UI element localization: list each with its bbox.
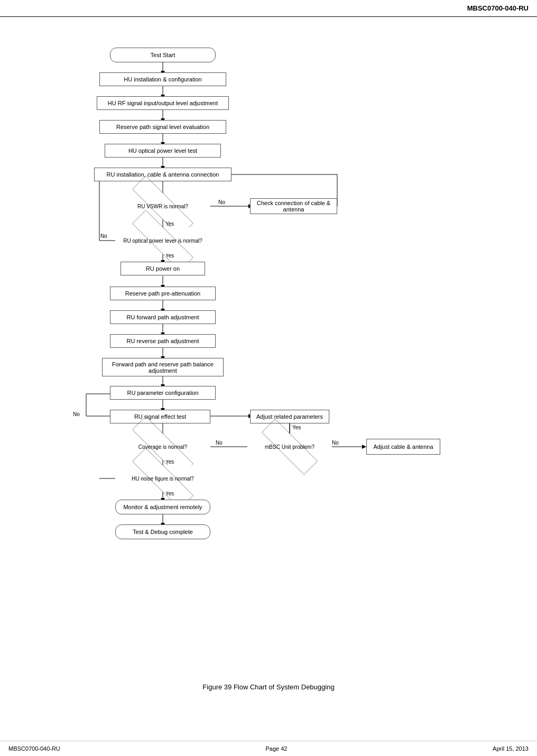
ru-forward-box: RU forward path adjustment — [110, 310, 216, 324]
fwd-reserve-box: Forward path and reserve path balance ad… — [102, 358, 224, 376]
svg-text:No: No — [73, 411, 80, 417]
coverage-diamond: Coverage is normal? — [115, 434, 210, 460]
footer-right: April 15, 2013 — [493, 745, 529, 752]
page-header: MBSC0700-040-RU — [0, 0, 537, 17]
footer-left: MBSC0700-040-RU — [8, 745, 60, 752]
flowchart: Yes Yes — [41, 33, 496, 667]
ru-optical-diamond: RU optical power lever is normal? — [115, 227, 210, 254]
reserve-pre-box: Reserve path pre-attenuation — [110, 287, 216, 300]
svg-text:No: No — [100, 233, 107, 239]
ru-power-box: RU power on — [121, 262, 205, 275]
reserve-path-box: Reserve path signal level evaluation — [99, 120, 226, 134]
test-debug-box: Test & Debug complete — [115, 524, 210, 539]
svg-text:No: No — [332, 440, 339, 446]
footer-center: Page 42 — [265, 745, 287, 752]
test-start-box: Test Start — [110, 48, 216, 62]
check-cable-box: Check connection of cable & antenna — [250, 198, 337, 214]
ru-signal-box: RU signal effect test — [110, 410, 210, 423]
page-footer: MBSC0700-040-RU Page 42 April 15, 2013 — [0, 741, 537, 756]
figure-caption: Figure 39 Flow Chart of System Debugging — [202, 683, 334, 691]
ru-reverse-box: RU reverse path adjustment — [110, 334, 216, 348]
adjust-params-box: Adjust related parameters — [250, 410, 329, 423]
mbsc-diamond: mBSC Unit problem? — [247, 434, 332, 460]
header-title: MBSC0700-040-RU — [467, 4, 529, 12]
hu-optical-box: HU optical power level test — [105, 144, 221, 158]
hu-noise-diamond: HU noise figure is normal? — [115, 465, 210, 492]
monitor-box: Monitor & adjustment remotely — [115, 500, 210, 514]
main-content: Yes Yes — [0, 17, 537, 702]
svg-text:Yes: Yes — [292, 425, 301, 430]
ru-install-box: RU installation, cable & antenna connect… — [94, 168, 232, 181]
adjust-cable-box: Adjust cable & antenna — [366, 439, 440, 455]
hu-rf-box: HU RF signal input/output level adjustme… — [97, 96, 229, 110]
svg-marker-55 — [362, 445, 366, 449]
hu-install-box: HU installation & configuration — [99, 72, 226, 86]
ru-vswr-diamond: RU VSWR is normal? — [115, 193, 210, 219]
ru-param-box: RU parameter configuration — [110, 386, 216, 400]
svg-text:No: No — [216, 440, 223, 446]
svg-text:No: No — [218, 199, 225, 205]
